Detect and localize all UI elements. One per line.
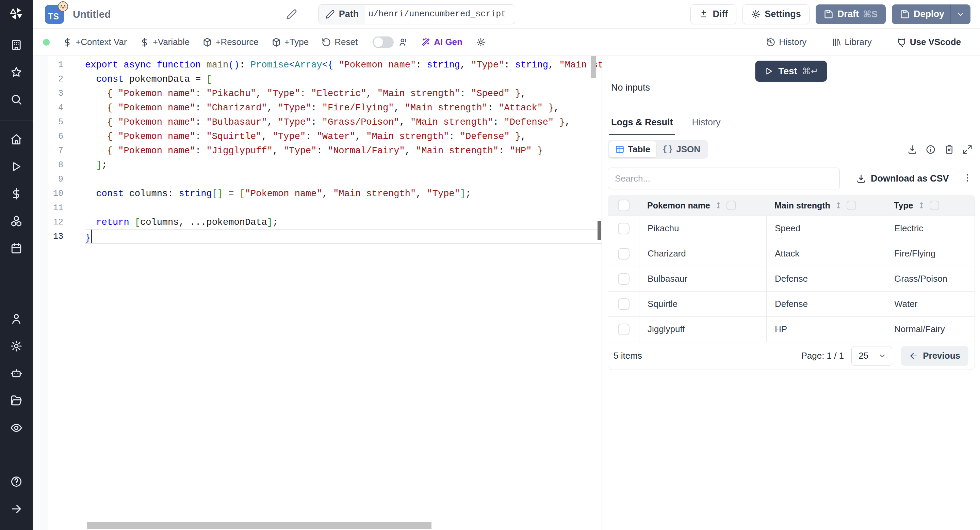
home-icon[interactable] [10, 133, 22, 145]
history-button[interactable]: History [766, 37, 807, 47]
previous-page-button[interactable]: Previous [901, 346, 969, 366]
no-inputs-label: No inputs [611, 82, 650, 93]
table-cell: Defense [766, 292, 886, 316]
select-all-checkbox[interactable] [618, 200, 630, 211]
download-result-icon[interactable] [907, 144, 917, 155]
add-resource-button[interactable]: +Resource [202, 37, 258, 47]
pencil-icon [325, 10, 335, 19]
row-checkbox[interactable] [618, 324, 630, 335]
info-icon[interactable] [926, 144, 936, 155]
bot-icon[interactable] [10, 367, 22, 380]
rotate-ccw-icon [321, 37, 331, 47]
add-variable-button[interactable]: +Variable [140, 37, 190, 47]
code-editor[interactable]: 1export async function main(): Promise<A… [33, 56, 602, 530]
row-checkbox[interactable] [618, 223, 630, 234]
table-row: SquirtleDefenseWater [608, 291, 975, 316]
eye-icon[interactable] [10, 422, 22, 434]
view-json-button[interactable]: { } JSON [656, 141, 706, 157]
settings-button[interactable]: Settings [743, 5, 810, 24]
path-field[interactable]: Path u/henri/unencumbered_script [318, 5, 515, 24]
page-size-select[interactable]: 25 [851, 346, 892, 366]
download-csv-button[interactable]: Download as CSV [856, 173, 949, 184]
table-cell: Grass/Poison [886, 267, 975, 291]
line-number: 2 [33, 72, 63, 86]
sort-icon[interactable] [917, 201, 926, 209]
more-options-kebab-icon[interactable] [962, 173, 972, 184]
editor-settings-gear-icon[interactable] [476, 37, 485, 47]
help-icon[interactable] [10, 476, 22, 488]
row-checkbox[interactable] [618, 273, 630, 285]
search-icon[interactable] [10, 93, 22, 105]
library-button[interactable]: Library [832, 37, 872, 47]
use-vscode-button[interactable]: Use VScode [897, 37, 961, 47]
calendar-icon[interactable] [10, 242, 22, 254]
diff-button[interactable]: Diff [690, 5, 737, 24]
table-row: PikachuSpeedElectric [608, 216, 975, 241]
line-number: 12 [33, 215, 63, 230]
search-input[interactable] [608, 168, 840, 189]
editor-horizontal-scrollbar[interactable] [87, 522, 431, 529]
code-line-2: 2 const pokemonData = [ [33, 72, 602, 86]
play-icon[interactable] [10, 160, 22, 173]
table-cell: HP [766, 317, 886, 342]
save-icon [900, 10, 910, 19]
code-line-1: 1export async function main(): Promise<A… [33, 58, 602, 72]
edit-title-pencil-icon[interactable] [286, 9, 297, 20]
deploy-button[interactable]: Deploy [892, 5, 970, 24]
test-shortcut: ⌘↵ [802, 66, 818, 77]
table-footer: 5 items Page: 1 / 1 25 Previous [608, 342, 975, 370]
editor-overview-cursor-marker [598, 221, 601, 240]
path-label: Path [318, 5, 365, 24]
draft-button[interactable]: Draft ⌘S [816, 5, 886, 24]
path-value[interactable]: u/henri/unencumbered_script [365, 9, 515, 19]
reset-button[interactable]: Reset [321, 37, 358, 47]
row-checkbox[interactable] [618, 248, 630, 260]
table-cell: Charizard [639, 241, 766, 266]
dollar-sign-icon[interactable] [10, 188, 22, 200]
deploy-dropdown[interactable] [950, 5, 970, 24]
cat-icon [897, 37, 907, 47]
multiplayer-users-icon[interactable] [398, 37, 408, 47]
arrow-right-icon[interactable] [10, 503, 22, 515]
settings-icon[interactable] [10, 340, 22, 352]
gear-icon [751, 10, 760, 19]
boxes-icon[interactable] [10, 215, 22, 227]
table-row: JigglypuffHPNormal/Fairy [608, 316, 975, 342]
column-toggle-checkbox[interactable] [930, 201, 939, 210]
copy-to-clipboard-icon[interactable] [944, 144, 954, 155]
tab-logs-result[interactable]: Logs & Result [611, 110, 673, 135]
editor-vertical-scrollbar[interactable] [591, 56, 596, 78]
user-icon[interactable] [10, 313, 22, 325]
table-row: CharizardAttackFire/Flying [608, 241, 975, 266]
column-toggle-checkbox[interactable] [727, 201, 736, 210]
sidebar-divider [0, 121, 33, 121]
view-table-button[interactable]: Table [609, 141, 656, 157]
table-cell: Jigglypuff [639, 317, 766, 342]
sort-icon[interactable] [714, 201, 722, 209]
tab-history[interactable]: History [692, 110, 721, 135]
star-icon[interactable] [10, 66, 22, 78]
sidebar [0, 0, 33, 530]
test-button[interactable]: Test ⌘↵ [755, 61, 827, 82]
ai-gen-button[interactable]: AI Gen [421, 37, 463, 47]
table-cell: Bulbasaur [639, 267, 766, 291]
multiplayer-toggle[interactable] [372, 37, 394, 48]
braces-icon: { } [662, 145, 673, 154]
sort-icon[interactable] [834, 201, 843, 209]
add-context-var-button[interactable]: +Context Var [63, 37, 127, 47]
code-line-11: 11 [33, 201, 602, 215]
status-dot [43, 39, 50, 46]
line-number: 9 [33, 172, 63, 187]
column-header-type: Type [886, 201, 975, 211]
windmill-logo-icon[interactable] [9, 6, 24, 21]
add-type-button[interactable]: +Type [272, 37, 309, 47]
folder-open-icon[interactable] [10, 394, 22, 407]
column-toggle-checkbox[interactable] [846, 201, 856, 210]
building-icon[interactable] [10, 39, 22, 51]
row-checkbox[interactable] [618, 299, 630, 310]
column-header-main-strength: Main strength [766, 201, 886, 211]
emoji-face-icon [57, 1, 69, 12]
package-icon [202, 37, 212, 47]
expand-fullscreen-icon[interactable] [962, 144, 972, 155]
table-cell: Defense [766, 267, 886, 291]
